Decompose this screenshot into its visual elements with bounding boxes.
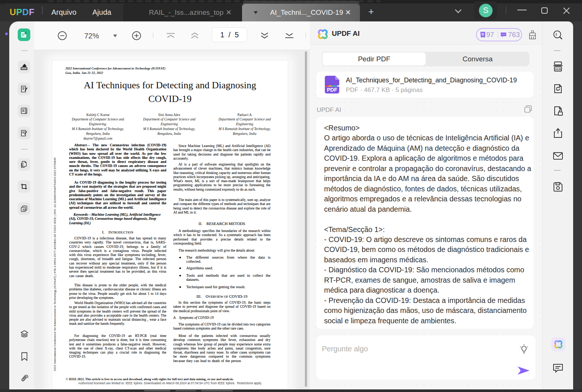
svg-text:OCR: OCR <box>555 68 561 71</box>
svg-text:PDF: PDF <box>327 87 337 93</box>
